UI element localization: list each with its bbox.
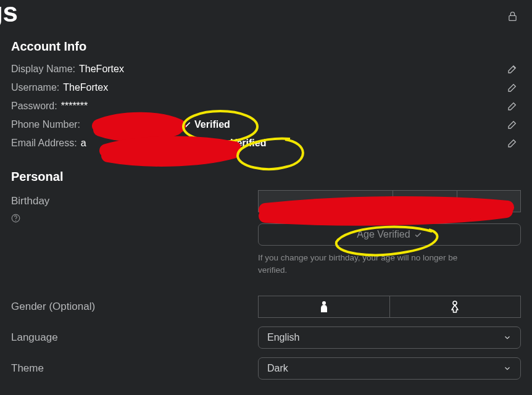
page-title: gs <box>0 0 521 26</box>
theme-label: Theme <box>11 362 44 374</box>
account-info-heading: Account Info <box>11 40 521 54</box>
personal-heading: Personal <box>11 170 521 184</box>
birthday-day-select[interactable] <box>393 190 457 212</box>
female-icon <box>450 301 460 313</box>
age-verified-text: Age Verified <box>357 229 410 240</box>
password-row: Password: ******* <box>11 97 521 115</box>
age-verified-button[interactable]: Age Verified <box>258 223 521 246</box>
username-value: TheFortex <box>63 82 108 93</box>
birthday-row: Birthday Age Verified If you change your… <box>11 190 521 277</box>
edit-password-button[interactable] <box>507 101 517 111</box>
male-icon <box>320 301 328 313</box>
language-value: English <box>267 332 299 343</box>
email-label: Email Address: <box>11 138 77 149</box>
phone-verified-text: Verified <box>194 119 230 130</box>
email-value: a <box>81 138 86 149</box>
edit-phone-button[interactable] <box>507 120 517 130</box>
check-icon <box>183 120 191 129</box>
display-name-row: Display Name: TheFortex <box>11 60 521 78</box>
check-icon <box>414 231 422 239</box>
email-verified-text: Verified <box>231 138 267 149</box>
email-row: Email Address: a Verified <box>11 134 521 152</box>
language-row: Language English <box>11 326 521 349</box>
lock-icon[interactable] <box>508 11 517 22</box>
chevron-down-icon <box>503 333 512 342</box>
birthday-help-text: If you change your birthday, your age wi… <box>258 252 486 277</box>
edit-username-button[interactable] <box>507 83 517 93</box>
password-value: ******* <box>61 101 88 112</box>
svg-point-3 <box>322 301 326 305</box>
svg-point-4 <box>453 301 457 305</box>
display-name-value: TheFortex <box>79 64 124 75</box>
birthday-month-select[interactable] <box>258 190 393 212</box>
edit-display-name-button[interactable] <box>507 64 517 74</box>
username-label: Username: <box>11 82 59 93</box>
birthday-label: Birthday <box>11 195 49 207</box>
username-row: Username: TheFortex <box>11 78 521 97</box>
edit-email-button[interactable] <box>507 138 517 148</box>
email-verified-badge: Verified <box>219 138 267 149</box>
theme-value: Dark <box>267 363 288 374</box>
gender-female-button[interactable] <box>390 296 522 318</box>
theme-row: Theme Dark <box>11 357 521 380</box>
language-label: Language <box>11 331 58 343</box>
phone-row: Phone Number: Verified <box>11 115 521 134</box>
password-label: Password: <box>11 101 57 112</box>
language-select[interactable]: English <box>258 326 521 349</box>
phone-label: Phone Number: <box>11 119 80 130</box>
phone-verified-badge: Verified <box>183 119 230 130</box>
gender-row: Gender (Optional) <box>11 296 521 318</box>
help-icon[interactable] <box>11 214 258 223</box>
gender-male-button[interactable] <box>258 296 390 318</box>
theme-select[interactable]: Dark <box>258 357 521 380</box>
chevron-down-icon <box>503 364 512 373</box>
check-icon <box>219 139 228 148</box>
display-name-label: Display Name: <box>11 64 75 75</box>
birthday-year-select[interactable] <box>457 190 521 212</box>
birthday-fields <box>258 190 521 212</box>
svg-point-2 <box>15 220 17 222</box>
gender-label: Gender (Optional) <box>11 301 95 312</box>
svg-rect-0 <box>509 15 516 20</box>
